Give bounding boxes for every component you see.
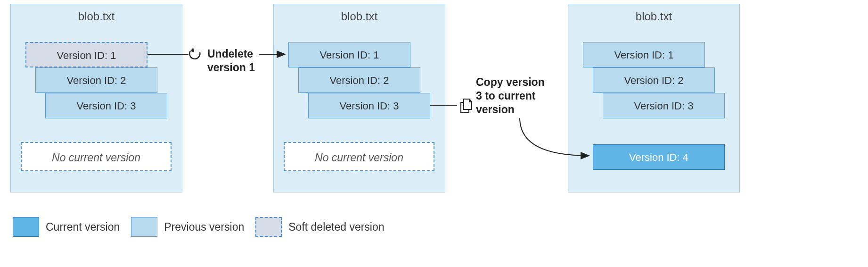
blob-panel-state-1: blob.txt Version ID: 1 Version ID: 2 Ver… [10,4,182,192]
text-line: 3 to current [476,90,536,102]
version-4-current: Version ID: 4 [593,144,725,170]
action-copy-version-3: Copy version 3 to current version [476,75,545,116]
version-2-previous: Version ID: 2 [593,67,715,93]
blob-panel-state-2: blob.txt Version ID: 1 Version ID: 2 Ver… [273,4,445,192]
version-1-previous: Version ID: 1 [583,42,705,67]
no-current-version: No current version [21,142,172,171]
version-2-previous: Version ID: 2 [35,67,157,93]
legend-item-current: Current version [13,217,120,237]
legend-item-soft-deleted: Soft deleted version [255,217,384,237]
version-3-previous: Version ID: 3 [308,93,430,118]
legend-label: Soft deleted version [288,221,384,234]
legend-item-previous: Previous version [131,217,244,237]
version-1-previous: Version ID: 1 [288,42,410,67]
legend-swatch-soft-deleted [255,217,282,237]
svg-rect-5 [461,102,469,112]
legend-swatch-current [13,217,39,237]
version-1-soft-deleted: Version ID: 1 [25,42,147,67]
version-3-previous: Version ID: 3 [603,93,725,118]
legend-swatch-previous [131,217,157,237]
undo-icon [189,48,200,59]
copy-icon [461,99,472,112]
text-line: version 1 [207,61,255,74]
text-line: version [476,103,515,116]
blob-title: blob.txt [11,4,182,27]
blob-title: blob.txt [274,4,445,27]
version-2-previous: Version ID: 2 [298,67,420,93]
legend-label: Current version [46,221,120,234]
svg-marker-2 [190,48,194,52]
text-line: Undelete [207,48,253,60]
action-undelete-version-1: Undelete version 1 [207,47,255,75]
blob-panel-state-3: blob.txt Version ID: 1 Version ID: 2 Ver… [568,4,740,192]
blob-title: blob.txt [568,4,739,27]
no-current-version: No current version [284,142,434,171]
legend-label: Previous version [164,221,244,234]
text-line: Copy version [476,76,545,88]
legend: Current version Previous version Soft de… [13,217,385,237]
version-3-previous: Version ID: 3 [45,93,167,118]
